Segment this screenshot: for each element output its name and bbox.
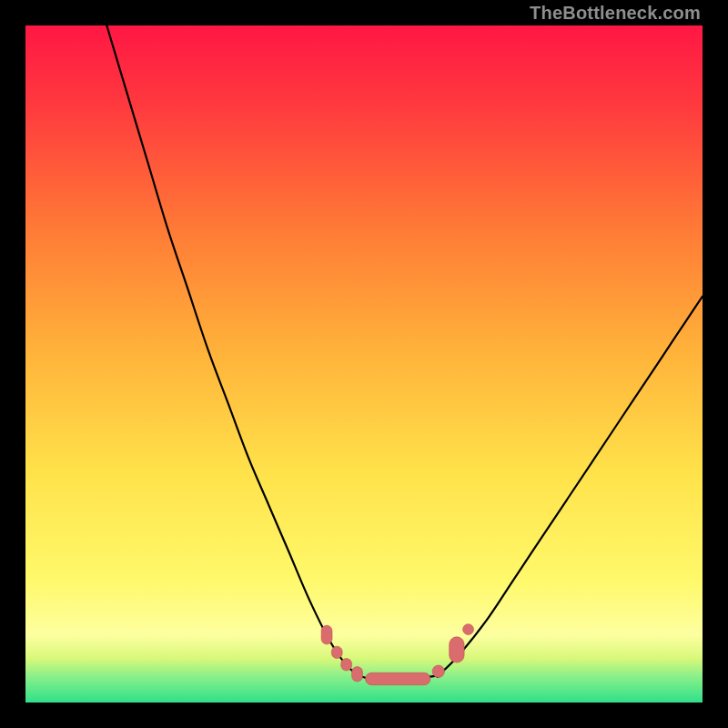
bottleneck-curve xyxy=(106,25,703,680)
valley-marker xyxy=(432,665,444,677)
valley-marker xyxy=(352,667,363,682)
valley-marker xyxy=(331,646,342,658)
valley-marker xyxy=(463,624,474,635)
curve-path xyxy=(106,25,703,680)
valley-markers xyxy=(321,624,473,685)
chart-stage: TheBottleneck.com xyxy=(0,0,728,728)
valley-marker xyxy=(341,659,352,671)
plot-area xyxy=(25,25,703,703)
valley-marker xyxy=(450,637,464,662)
valley-marker xyxy=(321,625,332,644)
valley-marker xyxy=(366,672,430,684)
curve-layer xyxy=(25,25,703,703)
watermark-text: TheBottleneck.com xyxy=(530,3,701,24)
